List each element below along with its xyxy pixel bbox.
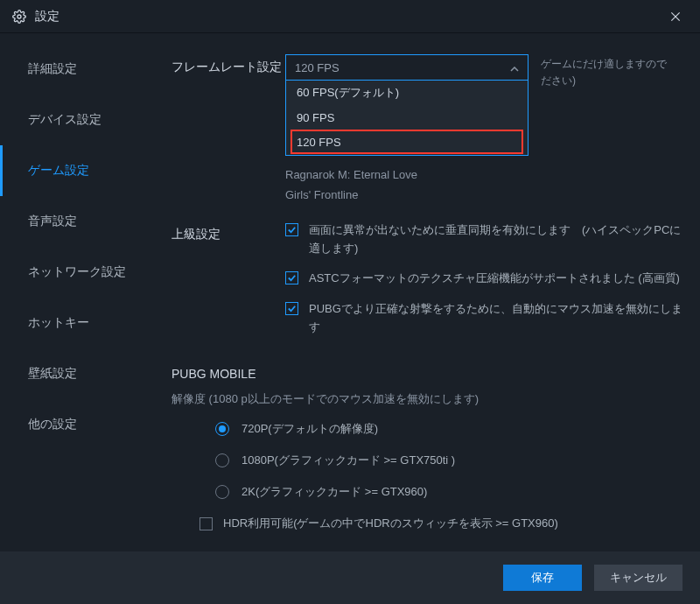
titlebar: 設定 xyxy=(0,0,700,33)
sidebar-item-label: ネットワーク設定 xyxy=(28,264,126,280)
radio-icon xyxy=(215,453,229,467)
framerate-dropdown-list: 60 FPS(デフォルト) 90 FPS 120 FPS xyxy=(285,81,528,156)
framerate-option-90[interactable]: 90 FPS xyxy=(286,105,528,130)
framerate-side-note: ゲームにだけ適しますので ださい) xyxy=(541,56,667,89)
sidebar-item-wallpaper[interactable]: 壁紙設定 xyxy=(0,348,150,399)
window-title: 設定 xyxy=(35,9,663,25)
close-button[interactable] xyxy=(663,4,688,29)
radio-label: 720P(デフォルトの解像度) xyxy=(242,421,378,437)
vsync-checkbox[interactable] xyxy=(285,223,298,236)
resolution-720p[interactable]: 720P(デフォルトの解像度) xyxy=(215,421,682,437)
mouseaccel-label: PUBGでより正確な射撃をするために、自動的にマウス加速を無効にします xyxy=(309,300,682,337)
framerate-option-120[interactable]: 120 FPS xyxy=(290,130,523,154)
resolution-radio-group: 720P(デフォルトの解像度) 1080P(グラフィックカード >= GTX75… xyxy=(172,421,682,500)
astc-checkbox[interactable] xyxy=(285,271,298,284)
sidebar-item-label: 壁紙設定 xyxy=(28,366,77,382)
sidebar-item-label: 他の設定 xyxy=(28,417,77,432)
sidebar-item-details[interactable]: 詳細設定 xyxy=(0,44,150,95)
hdr-checkbox[interactable] xyxy=(200,517,213,530)
resolution-1080p[interactable]: 1080P(グラフィックカード >= GTX750ti ) xyxy=(215,453,682,468)
supported-games: Ragnarok M: Eternal Love Girls' Frontlin… xyxy=(285,165,682,206)
sidebar-item-label: ホットキー xyxy=(28,315,89,331)
astc-label: ASTCフォーマットのテクスチャ圧縮機能がサポートされました (高画質) xyxy=(309,270,680,288)
sidebar-item-label: ゲーム設定 xyxy=(28,163,89,179)
sidebar: 詳細設定 デバイス設定 ゲーム設定 音声設定 ネットワーク設定 ホットキー 壁紙… xyxy=(0,33,150,551)
resolution-2k[interactable]: 2K(グラフィックカード >= GTX960) xyxy=(215,484,682,500)
resolution-desc: 解像度 (1080 p以上のモードでのマウス加速を無効にします) xyxy=(172,391,682,407)
sidebar-item-network[interactable]: ネットワーク設定 xyxy=(0,247,150,298)
cancel-button[interactable]: キャンセル xyxy=(594,565,682,591)
vsync-check-item: 画面に異常が出ないために垂直同期を有効にします (ハイスペックPCに適します) xyxy=(285,221,682,258)
sidebar-item-device[interactable]: デバイス設定 xyxy=(0,95,150,145)
dropdown-value: 120 FPS xyxy=(295,61,340,74)
hdr-label: HDR利用可能(ゲームの中でHDRのスウィッチを表示 >= GTX960) xyxy=(223,516,558,531)
framerate-dropdown[interactable]: 120 FPS xyxy=(285,54,528,81)
footer: 保存 キャンセル xyxy=(0,551,700,604)
radio-icon xyxy=(215,485,229,499)
main-panel: フレームレート設定 120 FPS 60 FPS(デフォルト) 90 FPS 1… xyxy=(150,33,700,551)
vsync-label: 画面に異常が出ないために垂直同期を有効にします (ハイスペックPCに適します) xyxy=(309,221,682,258)
mouseaccel-checkbox[interactable] xyxy=(285,302,298,315)
radio-icon xyxy=(215,422,229,436)
sidebar-item-label: デバイス設定 xyxy=(28,112,102,128)
astc-check-item: ASTCフォーマットのテクスチャ圧縮機能がサポートされました (高画質) xyxy=(285,270,682,288)
game-name: Ragnarok M: Eternal Love xyxy=(285,165,682,185)
sidebar-item-other[interactable]: 他の設定 xyxy=(0,399,150,450)
svg-point-0 xyxy=(18,15,21,18)
radio-label: 2K(グラフィックカード >= GTX960) xyxy=(242,484,427,500)
hdr-check-item: HDR利用可能(ゲームの中でHDRのスウィッチを表示 >= GTX960) xyxy=(172,516,682,531)
radio-label: 1080P(グラフィックカード >= GTX750ti ) xyxy=(242,453,455,468)
pubg-heading: PUBG MOBILE xyxy=(172,367,682,381)
sidebar-item-label: 詳細設定 xyxy=(28,61,77,77)
game-name: Girls' Frontline xyxy=(285,185,682,205)
framerate-label: フレームレート設定 xyxy=(172,54,285,75)
sidebar-item-hotkey[interactable]: ホットキー xyxy=(0,298,150,348)
framerate-option-60[interactable]: 60 FPS(デフォルト) xyxy=(286,81,528,105)
save-button[interactable]: 保存 xyxy=(503,565,582,591)
sidebar-item-game[interactable]: ゲーム設定 xyxy=(0,145,150,196)
gear-icon xyxy=(12,10,26,24)
chevron-up-icon xyxy=(510,61,519,74)
sidebar-item-audio[interactable]: 音声設定 xyxy=(0,196,150,247)
mouseaccel-check-item: PUBGでより正確な射撃をするために、自動的にマウス加速を無効にします xyxy=(285,300,682,337)
sidebar-item-label: 音声設定 xyxy=(28,214,77,229)
advanced-label: 上級設定 xyxy=(172,221,285,242)
